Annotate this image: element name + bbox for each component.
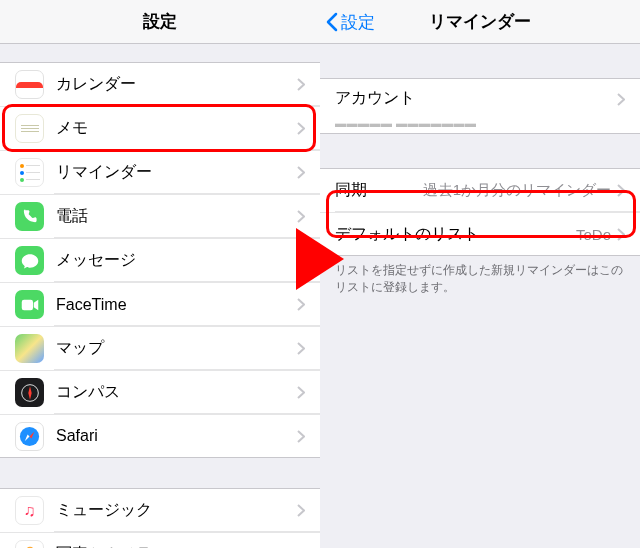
- row-label: Safari: [56, 427, 297, 445]
- notes-icon: [15, 114, 44, 143]
- music-icon: ♫: [15, 496, 44, 525]
- chevron-right-icon: [297, 122, 305, 135]
- row-value: 過去1か月分のリマインダー: [423, 181, 611, 200]
- chevron-right-icon: [297, 166, 305, 179]
- settings-row-music[interactable]: ♫ ミュージック: [0, 488, 320, 532]
- reminders-icon: [15, 158, 44, 187]
- row-label: 電話: [56, 206, 297, 227]
- row-label: メモ: [56, 118, 297, 139]
- facetime-icon: [15, 290, 44, 319]
- footer-note: リストを指定せずに作成した新規リマインダーはこのリストに登録します。: [320, 256, 640, 296]
- settings-row-messages[interactable]: メッセージ: [0, 238, 320, 282]
- row-label: アカウント: [335, 88, 617, 109]
- row-default-list[interactable]: デフォルトのリスト ToDo: [320, 212, 640, 256]
- settings-row-calendar[interactable]: カレンダー: [0, 62, 320, 106]
- row-label: 同期: [335, 180, 423, 201]
- chevron-right-icon: [297, 78, 305, 91]
- settings-row-safari[interactable]: Safari: [0, 414, 320, 458]
- chevron-right-icon: [297, 210, 305, 223]
- safari-icon: [15, 422, 44, 451]
- settings-row-phone[interactable]: 電話: [0, 194, 320, 238]
- account-subtext: ▬▬▬▬▬ ▬▬▬▬▬▬▬: [335, 117, 477, 129]
- chevron-right-icon: [297, 386, 305, 399]
- chevron-right-icon: [297, 298, 305, 311]
- row-label: 写真とカメラ: [56, 544, 297, 548]
- row-label: FaceTime: [56, 296, 297, 314]
- navbar-left: 設定: [0, 0, 320, 44]
- row-label: マップ: [56, 338, 297, 359]
- chevron-right-icon: [617, 184, 625, 197]
- page-title: 設定: [143, 10, 177, 33]
- back-button[interactable]: 設定: [326, 0, 375, 44]
- row-value: ToDo: [576, 226, 611, 243]
- navbar-right: 設定 リマインダー: [320, 0, 640, 44]
- chevron-right-icon: [617, 93, 625, 106]
- reminders-settings-panel: 設定 リマインダー アカウント ▬▬▬▬▬ ▬▬▬▬▬▬▬ 同期 過去1か月分の…: [320, 0, 640, 548]
- calendar-icon: [15, 70, 44, 99]
- photos-icon: [15, 540, 44, 548]
- row-label: コンパス: [56, 382, 297, 403]
- svg-rect-0: [21, 299, 32, 310]
- back-label: 設定: [341, 11, 375, 34]
- row-label: メッセージ: [56, 250, 297, 271]
- chevron-right-icon: [297, 342, 305, 355]
- row-account[interactable]: アカウント ▬▬▬▬▬ ▬▬▬▬▬▬▬: [320, 78, 640, 134]
- settings-panel: 設定 カレンダー メモ リマインダー 電話 メッセージ: [0, 0, 320, 548]
- chevron-right-icon: [297, 254, 305, 267]
- chevron-left-icon: [326, 12, 338, 32]
- compass-icon: [15, 378, 44, 407]
- chevron-right-icon: [297, 504, 305, 517]
- row-label: リマインダー: [56, 162, 297, 183]
- page-title: リマインダー: [429, 10, 531, 33]
- settings-row-maps[interactable]: マップ: [0, 326, 320, 370]
- chevron-right-icon: [297, 430, 305, 443]
- phone-icon: [15, 202, 44, 231]
- settings-row-notes[interactable]: メモ: [0, 106, 320, 150]
- settings-row-facetime[interactable]: FaceTime: [0, 282, 320, 326]
- row-label: ミュージック: [56, 500, 297, 521]
- settings-row-compass[interactable]: コンパス: [0, 370, 320, 414]
- row-sync[interactable]: 同期 過去1か月分のリマインダー: [320, 168, 640, 212]
- maps-icon: [15, 334, 44, 363]
- row-label: カレンダー: [56, 74, 297, 95]
- chevron-right-icon: [617, 228, 625, 241]
- settings-row-reminders[interactable]: リマインダー: [0, 150, 320, 194]
- messages-icon: [15, 246, 44, 275]
- row-label: デフォルトのリスト: [335, 224, 576, 245]
- settings-row-photos[interactable]: 写真とカメラ: [0, 532, 320, 548]
